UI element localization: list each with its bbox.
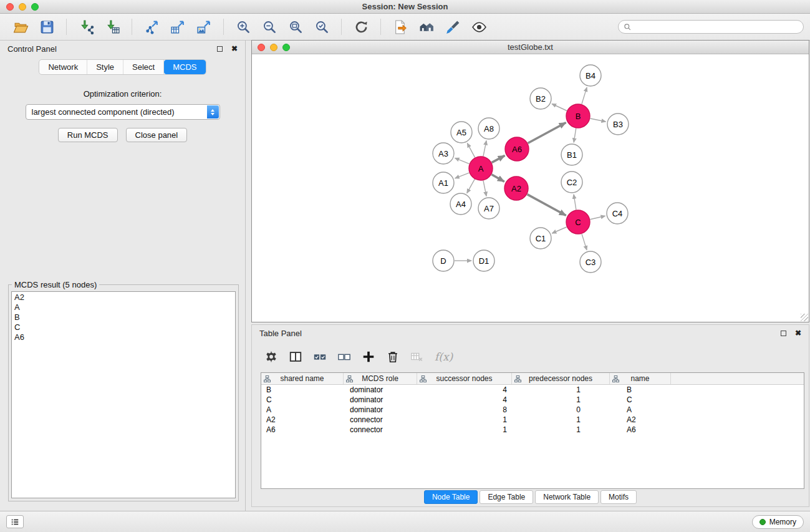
table-cell[interactable]: A2	[261, 415, 344, 425]
zoom-selected-button[interactable]	[312, 17, 332, 37]
graph-node-B4[interactable]: B4	[580, 65, 601, 86]
tab-motifs[interactable]: Motifs	[600, 490, 637, 504]
table-cell[interactable]: 1	[417, 425, 512, 435]
column-header-MCDS-role[interactable]: MCDS role	[344, 373, 417, 384]
table-cell[interactable]: B	[610, 385, 671, 395]
graph-node-B[interactable]: B	[566, 104, 590, 128]
network-close-button[interactable]	[258, 44, 265, 51]
table-cell[interactable]: B	[261, 385, 344, 395]
tab-network[interactable]: Network	[39, 60, 87, 74]
save-session-button[interactable]	[37, 17, 57, 37]
graph-node-A1[interactable]: A1	[433, 172, 454, 193]
table-cell[interactable]: connector	[344, 425, 417, 435]
graph-node-A4[interactable]: A4	[450, 193, 471, 215]
tab-edge-table[interactable]: Edge Table	[480, 490, 533, 504]
unselect-all-columns-button[interactable]	[337, 350, 351, 364]
export-table-button[interactable]	[168, 17, 188, 37]
float-table-panel-icon[interactable]	[781, 331, 786, 336]
table-cell[interactable]: 1	[512, 415, 610, 425]
graph-edge-B-B1[interactable]	[574, 128, 576, 143]
graph-edge-A6-B[interactable]	[528, 123, 566, 143]
export-network-button[interactable]	[142, 17, 162, 37]
table-cell[interactable]: 4	[417, 385, 512, 395]
fullscreen-window-button[interactable]	[31, 3, 39, 11]
float-panel-icon[interactable]	[217, 46, 223, 52]
network-graph[interactable]: B4B2BB3A8A5A6A3B1AC2A1A2A4A7C4CC1DD1C3	[252, 54, 809, 321]
tab-network-table[interactable]: Network Table	[535, 490, 599, 504]
close-window-button[interactable]	[6, 3, 14, 11]
zoom-out-button[interactable]	[259, 17, 279, 37]
graph-edge-A-A2[interactable]	[491, 175, 504, 181]
close-table-panel-icon[interactable]: ✖	[795, 329, 801, 337]
graph-edge-C-C2[interactable]	[574, 195, 576, 210]
tab-style[interactable]: Style	[87, 60, 123, 74]
graph-edge-C-C1[interactable]	[552, 227, 566, 233]
table-cell[interactable]: 1	[512, 395, 610, 405]
table-settings-button[interactable]	[264, 350, 278, 364]
import-network-button[interactable]	[76, 17, 96, 37]
column-header-predecessor-nodes[interactable]: predecessor nodes	[512, 373, 610, 384]
mcds-result-item[interactable]: A	[12, 302, 235, 312]
mcds-result-item[interactable]: A2	[12, 293, 235, 302]
mcds-result-item[interactable]: A6	[12, 332, 235, 342]
table-row[interactable]: Adominator80A	[261, 405, 804, 415]
tab-select[interactable]: Select	[123, 60, 164, 74]
table-cell[interactable]: C	[610, 395, 671, 405]
graph-node-C2[interactable]: C2	[561, 172, 582, 193]
graph-node-B1[interactable]: B1	[561, 144, 582, 165]
network-window-titlebar[interactable]: testGlobe.txt	[252, 41, 809, 54]
graph-node-C3[interactable]: C3	[580, 251, 601, 273]
table-row[interactable]: Bdominator41B	[261, 385, 804, 395]
graph-edge-A2-C[interactable]	[528, 195, 566, 216]
mcds-result-list[interactable]: A2ABCA6	[11, 291, 236, 498]
zoom-fit-button[interactable]	[286, 17, 306, 37]
table-cell[interactable]: dominator	[344, 385, 417, 395]
close-panel-button[interactable]: Close panel	[126, 128, 188, 142]
zoom-in-button[interactable]	[233, 17, 253, 37]
graph-node-C1[interactable]: C1	[530, 228, 551, 249]
table-cell[interactable]: A	[261, 405, 344, 415]
network-minimize-button[interactable]	[270, 44, 277, 51]
column-header-successor-nodes[interactable]: successor nodes	[417, 373, 512, 384]
graph-node-D1[interactable]: D1	[473, 250, 494, 271]
graph-node-A6[interactable]: A6	[505, 137, 529, 161]
graph-node-A2[interactable]: A2	[504, 177, 528, 200]
window-titlebar[interactable]: Session: New Session	[0, 0, 810, 14]
graph-edge-B-B4[interactable]	[582, 87, 587, 104]
table-cell[interactable]: 1	[512, 425, 610, 435]
mcds-result-item[interactable]: C	[12, 322, 235, 332]
criterion-dropdown[interactable]: largest connected component (directed)	[26, 104, 220, 120]
graph-node-B3[interactable]: B3	[607, 114, 629, 135]
table-cell[interactable]: A2	[610, 415, 671, 425]
tab-mcds[interactable]: MCDS	[164, 60, 205, 74]
graph-node-A3[interactable]: A3	[433, 143, 454, 164]
network-maximize-button[interactable]	[282, 44, 290, 51]
show-hide-graphics-button[interactable]	[469, 17, 489, 37]
select-all-columns-button[interactable]	[313, 350, 327, 364]
first-neighbors-button[interactable]	[390, 17, 410, 37]
create-column-button[interactable]	[362, 350, 375, 364]
graph-edge-C-C3[interactable]	[582, 234, 587, 250]
graph-edge-A-A6[interactable]	[492, 155, 505, 162]
column-header-name[interactable]: name	[610, 373, 671, 384]
table-cell[interactable]: 8	[417, 405, 512, 415]
table-cell[interactable]: A6	[261, 425, 344, 435]
tab-node-table[interactable]: Node Table	[424, 490, 478, 504]
graph-edge-A-A7[interactable]	[483, 181, 486, 196]
table-cell[interactable]: dominator	[344, 395, 417, 405]
mcds-result-item[interactable]: B	[12, 312, 235, 322]
graph-node-C4[interactable]: C4	[607, 203, 628, 224]
graph-edge-C-C4[interactable]	[591, 216, 605, 219]
delete-column-button[interactable]	[386, 350, 400, 364]
table-cell[interactable]: A6	[610, 425, 671, 435]
export-image-button[interactable]	[194, 17, 214, 37]
memory-button[interactable]: Memory	[752, 515, 804, 529]
graph-node-C[interactable]: C	[566, 210, 590, 234]
minimize-window-button[interactable]	[19, 3, 26, 11]
graph-node-A7[interactable]: A7	[478, 198, 499, 219]
graph-edge-A-A4[interactable]	[467, 179, 475, 193]
table-cell[interactable]: A	[610, 405, 671, 415]
table-cell[interactable]: C	[261, 395, 344, 405]
graph-edge-A-A1[interactable]	[455, 173, 470, 178]
table-cell[interactable]: 0	[512, 405, 610, 415]
